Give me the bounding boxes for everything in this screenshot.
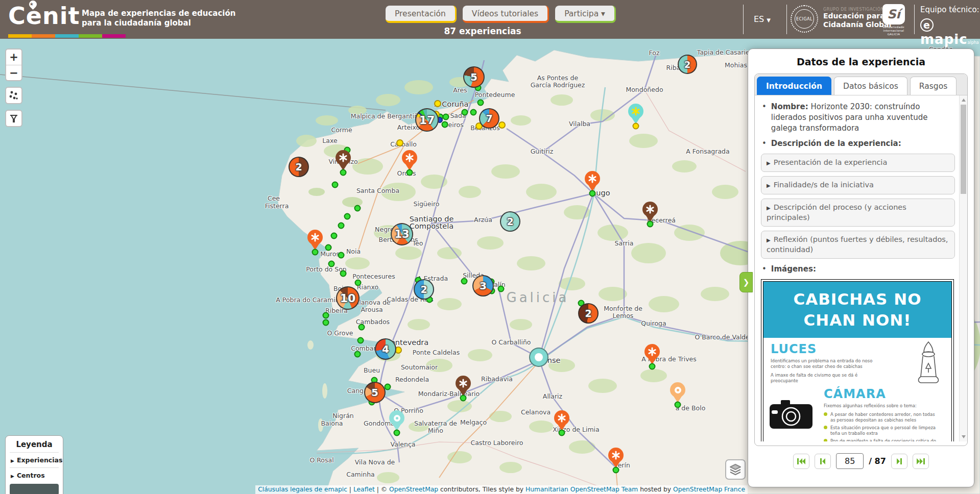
funnel-icon xyxy=(6,111,21,126)
nav-button-v-deos-tutoriales[interactable]: Vídeos tutoriales xyxy=(463,6,549,23)
app-logo[interactable]: Cenit xyxy=(8,2,80,30)
emapic-logo[interactable]: emapicalpha xyxy=(920,16,980,47)
legend-collapse-bar[interactable] xyxy=(10,484,59,494)
green-point-marker[interactable] xyxy=(470,109,477,116)
accordion-item[interactable]: ▶Finalidade/s de la iniciativa xyxy=(761,176,955,194)
cluster-marker[interactable]: 3 xyxy=(472,275,494,297)
header-separator xyxy=(914,5,915,34)
previous-page-button[interactable] xyxy=(815,454,831,469)
legend-item-centros[interactable]: ▶Centros xyxy=(10,467,59,483)
green-point-marker[interactable] xyxy=(354,205,361,212)
panel-title: Datos de la experiencia xyxy=(754,56,968,67)
attribution-link[interactable]: Cláusulas legales de emapic xyxy=(258,486,347,493)
chevron-right-icon: ▶ xyxy=(767,237,771,243)
experience-panel: Datos de la experiencia IntroducciónDato… xyxy=(748,48,974,487)
accordion-item[interactable]: ▶Reflexión (puntos fuertes y débiles, re… xyxy=(761,231,955,259)
cluster-marker[interactable]: 13 xyxy=(391,223,413,245)
ring-marker[interactable] xyxy=(529,348,548,367)
solidariedade-logo[interactable]: Sí solidariedade internacional GALICIA xyxy=(880,4,907,35)
attribution-text: | xyxy=(347,486,353,493)
green-point-marker[interactable] xyxy=(332,182,339,188)
green-point-marker[interactable] xyxy=(344,213,351,220)
legend-item-experiencias[interactable]: ▶Experiencias xyxy=(10,452,59,467)
accordion-item[interactable]: ▶Presentación de la experiencia xyxy=(761,154,955,172)
cluster-count: 2 xyxy=(420,284,427,295)
nav-button-participa-[interactable]: Participa ▾ xyxy=(555,6,616,23)
tab-datos-b-sicos[interactable]: Datos básicos xyxy=(834,77,907,95)
filter-button[interactable] xyxy=(5,110,22,127)
tab-introducci-n[interactable]: Introducción xyxy=(757,77,831,95)
zoom-in-button[interactable]: + xyxy=(6,50,21,65)
legend: Leyenda ▶Experiencias ▶Centros xyxy=(5,435,63,494)
green-point-marker[interactable] xyxy=(462,109,468,116)
map-label: Arzúa xyxy=(474,216,492,224)
cluster-marker[interactable]: 5 xyxy=(463,66,485,88)
cluster-marker[interactable]: 2 xyxy=(578,303,599,324)
map-label: Fisterra xyxy=(265,203,289,210)
first-page-button[interactable] xyxy=(793,454,809,469)
cluster-marker[interactable]: 2 xyxy=(414,279,434,300)
cluster-marker[interactable]: 2 xyxy=(289,157,309,177)
green-point-marker[interactable] xyxy=(442,121,448,128)
green-point-marker[interactable] xyxy=(340,270,347,277)
attribution-link[interactable]: OpenStreetMap xyxy=(389,486,438,493)
panel-collapse-button[interactable]: ❯ xyxy=(739,272,753,292)
nav-button-presentaci-n[interactable]: Presentación xyxy=(386,6,457,23)
green-point-marker[interactable] xyxy=(338,223,345,229)
green-point-marker[interactable] xyxy=(358,324,365,331)
yellow-point-marker[interactable] xyxy=(396,139,403,146)
green-point-marker[interactable] xyxy=(323,319,329,326)
map-label: Malpica de Bergantiños xyxy=(351,113,426,120)
scroll-down-arrow[interactable] xyxy=(962,435,966,438)
green-point-marker[interactable] xyxy=(331,233,338,239)
ecigal-logo[interactable]: ECIGAL xyxy=(791,5,818,33)
cluster-marker[interactable]: 5 xyxy=(364,382,386,403)
yellow-point-marker[interactable] xyxy=(498,121,506,129)
cluster-marker[interactable]: 10 xyxy=(336,286,360,310)
layers-control[interactable] xyxy=(725,459,746,480)
cluster-toggle-button[interactable] xyxy=(5,87,22,104)
pin-anchor-dot xyxy=(675,402,681,408)
cluster-marker[interactable]: 17 xyxy=(415,108,439,132)
lantern-sketch xyxy=(913,341,944,390)
green-point-marker[interactable] xyxy=(443,114,449,120)
scrollbar-thumb[interactable] xyxy=(961,105,966,194)
attribution-link[interactable]: Leaflet xyxy=(353,486,375,493)
green-point-marker[interactable] xyxy=(323,312,329,319)
green-point-marker[interactable] xyxy=(325,244,332,251)
zoom-out-button[interactable]: − xyxy=(6,65,21,80)
scatter-dots-icon xyxy=(6,88,21,103)
attribution-link[interactable]: OpenStreetMap France xyxy=(673,486,745,493)
pin-head xyxy=(644,344,660,359)
cluster-marker[interactable]: 2 xyxy=(678,55,697,74)
green-point-marker[interactable] xyxy=(328,261,335,267)
accordion-item[interactable]: ▶Descripción del proceso (y acciones pri… xyxy=(761,199,955,227)
scroll-up-arrow[interactable] xyxy=(962,98,966,102)
green-point-marker[interactable] xyxy=(498,286,505,292)
yellow-point-marker[interactable] xyxy=(434,100,441,107)
green-point-marker[interactable] xyxy=(357,337,364,344)
green-point-marker[interactable] xyxy=(354,351,361,358)
cluster-marker[interactable]: 2 xyxy=(500,211,520,232)
experience-image[interactable]: CABICHAS NO CHAN NON! xyxy=(761,279,954,441)
page-number-input[interactable] xyxy=(836,453,864,469)
attribution-text: | © xyxy=(375,486,389,493)
attribution-link[interactable]: Humanitarian OpenStreetMap Team xyxy=(525,486,638,493)
panel-scrollbar[interactable] xyxy=(959,95,967,441)
map-label: Celanova xyxy=(521,409,551,416)
cluster-marker[interactable]: 7 xyxy=(479,108,499,129)
green-point-marker[interactable] xyxy=(461,278,468,285)
tab-rasgos[interactable]: Rasgos xyxy=(910,77,957,95)
cluster-count: 17 xyxy=(419,114,435,127)
last-page-button[interactable] xyxy=(913,454,929,469)
map-label: Melgaço xyxy=(460,419,487,426)
next-page-button[interactable] xyxy=(891,454,907,469)
pin-head xyxy=(608,448,624,463)
green-point-marker[interactable] xyxy=(338,252,345,259)
ring-icon xyxy=(394,415,400,422)
green-point-marker[interactable] xyxy=(355,280,362,286)
cluster-marker[interactable]: 4 xyxy=(375,338,396,360)
green-point-marker[interactable] xyxy=(385,384,391,390)
green-point-marker[interactable] xyxy=(477,100,484,106)
language-selector[interactable]: ES ▼ xyxy=(754,14,771,24)
